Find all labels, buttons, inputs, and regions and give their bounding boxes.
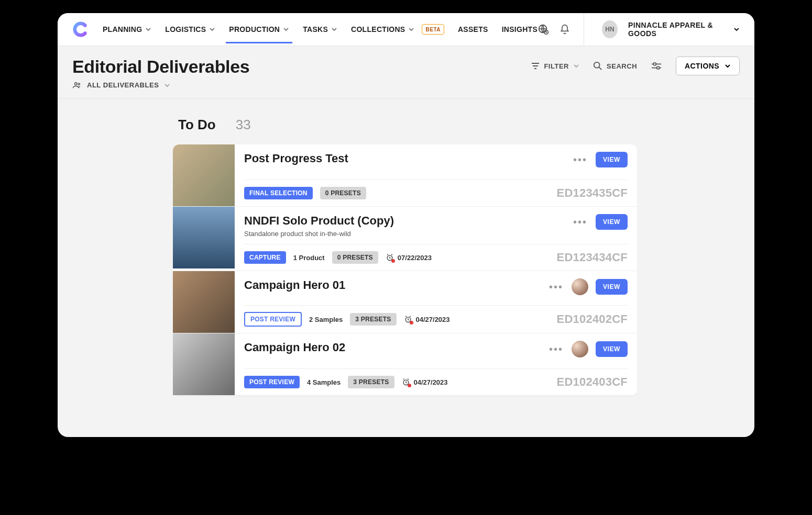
view-button[interactable]: VIEW <box>596 341 628 357</box>
nav-label: TASKS <box>303 25 328 33</box>
view-button[interactable]: VIEW <box>596 214 628 230</box>
nav-production[interactable]: PRODUCTION <box>229 25 289 33</box>
board-body: To Do 33 Post Progress Test•••VIEWFINAL … <box>58 99 754 396</box>
scope-selector[interactable]: ALL DELIVERABLES <box>72 81 249 89</box>
chevron-down-icon <box>331 26 337 32</box>
nav-assets[interactable]: ASSETS <box>458 25 488 33</box>
filter-icon <box>531 62 540 70</box>
more-icon[interactable]: ••• <box>548 342 564 356</box>
deliverable-card: NNDFI Solo Product (Copy)Standalone prod… <box>173 207 637 271</box>
more-icon[interactable]: ••• <box>572 215 588 229</box>
nav-logistics[interactable]: LOGISTICS <box>165 25 215 33</box>
topbar-right: HN PINNACLE APPAREL & GOODS <box>537 13 740 46</box>
card-title: Post Progress Test <box>244 152 348 165</box>
svg-rect-6 <box>657 66 660 69</box>
chevron-down-icon <box>209 26 215 32</box>
nav-planning[interactable]: PLANNING <box>103 25 151 33</box>
bell-icon[interactable] <box>559 24 570 35</box>
card-subtitle: Standalone product shot in-the-wild <box>244 230 394 238</box>
caret-down-icon <box>725 63 731 69</box>
due-date: 07/22/2023 <box>386 253 432 262</box>
page-title: Editorial Deliverables <box>72 57 249 77</box>
card-thumbnail[interactable] <box>173 271 235 333</box>
alarm-icon <box>402 378 410 386</box>
column-header: To Do 33 <box>173 117 754 144</box>
more-icon[interactable]: ••• <box>572 152 588 167</box>
page-header: Editorial Deliverables ALL DELIVERABLES … <box>58 46 754 99</box>
view-button[interactable]: VIEW <box>596 152 628 167</box>
user-avatar[interactable]: HN <box>602 20 618 38</box>
deliverable-id: ED123435CF <box>557 186 628 200</box>
divider <box>584 13 584 46</box>
card-thumbnail[interactable] <box>173 207 235 268</box>
card-list: Post Progress Test•••VIEWFINAL SELECTION… <box>173 144 637 396</box>
page-header-right: FILTER SEARCH ACTIONS <box>531 57 740 75</box>
card-thumbnail[interactable] <box>173 333 235 395</box>
primary-nav: PLANNINGLOGISTICSPRODUCTIONTASKSCOLLECTI… <box>103 24 537 35</box>
top-navbar: PLANNINGLOGISTICSPRODUCTIONTASKSCOLLECTI… <box>58 13 754 46</box>
status-chip: CAPTURE <box>244 251 286 264</box>
card-title: NNDFI Solo Product (Copy) <box>244 214 394 228</box>
actions-label: ACTIONS <box>685 62 719 70</box>
actions-button[interactable]: ACTIONS <box>676 57 740 75</box>
samples-count: 4 Samples <box>307 378 341 386</box>
search-button[interactable]: SEARCH <box>593 61 637 71</box>
presets-chip: 3 PRESETS <box>348 376 394 388</box>
alarm-icon <box>404 315 412 323</box>
card-thumbnail[interactable] <box>173 144 235 206</box>
chevron-down-icon <box>733 26 740 32</box>
card-body: Campaign Hero 02•••VIEWPOST REVIEW4 Samp… <box>244 333 628 395</box>
org-name: PINNACLE APPAREL & GOODS <box>628 21 729 38</box>
search-label: SEARCH <box>607 62 637 70</box>
globe-icon[interactable] <box>537 24 549 35</box>
search-icon <box>593 61 602 71</box>
org-switcher[interactable]: PINNACLE APPAREL & GOODS <box>628 21 740 38</box>
caret-down-icon <box>573 63 579 69</box>
beta-badge: BETA <box>422 24 444 35</box>
assignee-avatar[interactable] <box>572 278 588 295</box>
due-date: 04/27/2023 <box>402 378 448 386</box>
chevron-down-icon <box>408 26 414 32</box>
people-icon <box>72 82 82 89</box>
nav-label: LOGISTICS <box>165 25 206 33</box>
nav-label: PRODUCTION <box>229 25 280 33</box>
svg-point-2 <box>75 82 78 85</box>
nav-insights[interactable]: INSIGHTS <box>502 25 537 33</box>
svg-point-4 <box>594 62 600 68</box>
svg-rect-5 <box>654 63 656 65</box>
caret-down-icon <box>164 82 170 88</box>
presets-chip: 0 PRESETS <box>332 251 378 264</box>
card-title: Campaign Hero 02 <box>244 341 345 354</box>
nav-label: PLANNING <box>103 25 142 33</box>
nav-label: COLLECTIONS <box>351 25 405 33</box>
filter-label: FILTER <box>544 62 569 70</box>
column-count: 33 <box>236 117 251 133</box>
column-title: To Do <box>178 117 216 133</box>
chevron-down-icon <box>283 26 289 32</box>
card-body: Post Progress Test•••VIEWFINAL SELECTION… <box>244 144 628 206</box>
presets-chip: 0 PRESETS <box>320 187 366 199</box>
card-body: NNDFI Solo Product (Copy)Standalone prod… <box>244 207 628 271</box>
app-logo[interactable] <box>72 21 88 37</box>
more-icon[interactable]: ••• <box>548 279 564 294</box>
deliverable-id: ED102402CF <box>557 312 628 326</box>
assignee-avatar[interactable] <box>572 341 588 357</box>
presets-chip: 3 PRESETS <box>350 313 396 326</box>
status-chip: POST REVIEW <box>244 376 300 388</box>
due-date: 04/27/2023 <box>404 315 450 323</box>
view-button[interactable]: VIEW <box>596 279 628 295</box>
app-window: PLANNINGLOGISTICSPRODUCTIONTASKSCOLLECTI… <box>58 13 754 437</box>
alarm-icon <box>386 253 394 262</box>
samples-count: 2 Samples <box>309 316 343 323</box>
status-chip: FINAL SELECTION <box>244 187 313 199</box>
nav-collections[interactable]: COLLECTIONS <box>351 25 414 33</box>
filter-button[interactable]: FILTER <box>531 62 579 70</box>
card-title: Campaign Hero 01 <box>244 278 345 292</box>
nav-tasks[interactable]: TASKS <box>303 25 337 33</box>
deliverable-card: Campaign Hero 02•••VIEWPOST REVIEW4 Samp… <box>173 333 637 396</box>
samples-count: 1 Product <box>293 254 325 262</box>
status-chip: POST REVIEW <box>244 312 302 327</box>
settings-sliders-icon[interactable] <box>651 60 662 72</box>
scope-label: ALL DELIVERABLES <box>87 81 159 89</box>
deliverable-id: ED102403CF <box>557 375 628 389</box>
